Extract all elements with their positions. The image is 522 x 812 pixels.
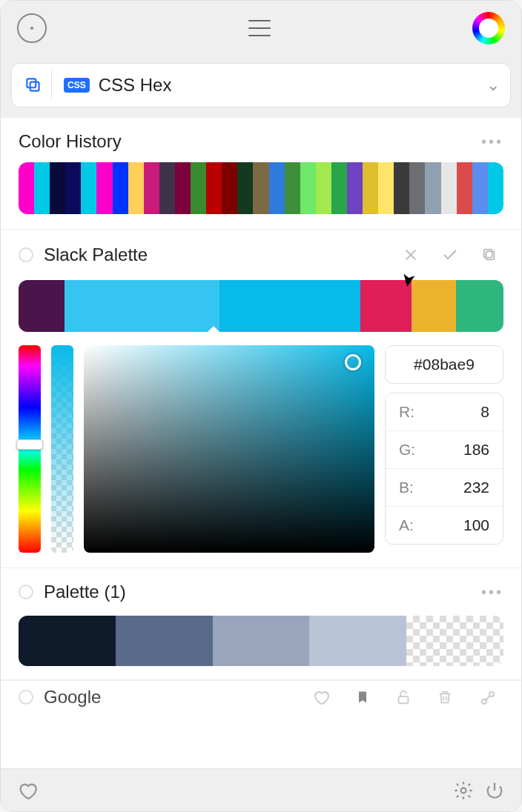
history-swatch[interactable] (269, 162, 285, 214)
slack-palette-bar[interactable] (19, 280, 503, 332)
palette1-bar[interactable] (19, 616, 503, 666)
history-swatch[interactable] (472, 162, 488, 214)
chevron-down-icon[interactable]: ⌄ (486, 76, 500, 95)
format-row: CSS CSS Hex ⌄ (1, 56, 521, 118)
slack-swatch[interactable] (65, 280, 219, 332)
heart-icon[interactable] (305, 688, 337, 706)
history-swatch[interactable] (81, 162, 96, 214)
history-swatch[interactable] (206, 162, 222, 214)
svg-rect-0 (30, 82, 39, 91)
bottom-bar (1, 768, 521, 811)
palette1-radio[interactable] (19, 585, 33, 599)
palette-swatch[interactable] (406, 616, 503, 666)
history-swatch[interactable] (300, 162, 316, 214)
history-swatch[interactable] (363, 162, 378, 214)
history-swatch[interactable] (113, 162, 128, 214)
row-b[interactable]: B:232 (386, 469, 503, 507)
selection-notch (207, 281, 220, 332)
unlock-icon[interactable] (388, 688, 419, 706)
slack-radio[interactable] (19, 247, 33, 262)
history-swatch[interactable] (457, 162, 472, 214)
main: Color History ••• Slack Palette (1, 118, 521, 768)
slack-swatch[interactable] (360, 280, 412, 332)
history-swatch[interactable] (222, 162, 237, 214)
row-g[interactable]: G:186 (386, 431, 503, 469)
section-google: Google (1, 680, 521, 708)
palette-swatch[interactable] (213, 616, 310, 666)
rgba-table: R:8 G:186 B:232 A:100 (385, 393, 503, 545)
check-icon[interactable] (435, 243, 465, 267)
section-palette1: Palette (1) ••• (1, 568, 521, 679)
section-history: Color History ••• (1, 118, 521, 229)
format-label: CSS Hex (99, 75, 478, 96)
slack-title: Slack Palette (44, 244, 386, 265)
top-bar (1, 1, 521, 56)
svg-rect-2 (486, 251, 494, 259)
hue-thumb[interactable] (16, 439, 43, 450)
readout: #08bae9 R:8 G:186 B:232 A:100 (385, 345, 503, 553)
history-strip[interactable] (19, 162, 503, 214)
bookmark-icon[interactable] (348, 689, 377, 705)
history-swatch[interactable] (441, 162, 457, 214)
history-swatch[interactable] (50, 162, 65, 214)
alpha-slider[interactable] (51, 345, 73, 553)
row-a[interactable]: A:100 (386, 507, 503, 544)
format-selector[interactable]: CSS CSS Hex ⌄ (11, 63, 511, 107)
history-title: Color History (19, 131, 122, 152)
hex-value[interactable]: #08bae9 (385, 345, 503, 384)
slack-swatch[interactable] (412, 280, 456, 332)
history-swatch[interactable] (34, 162, 50, 214)
power-icon[interactable] (484, 780, 505, 801)
svg-rect-1 (27, 79, 36, 87)
history-more-icon[interactable]: ••• (481, 133, 503, 150)
picker-row: #08bae9 R:8 G:186 B:232 A:100 (19, 345, 503, 553)
copy-icon[interactable] (22, 70, 52, 100)
history-swatch[interactable] (65, 162, 81, 214)
google-radio[interactable] (19, 690, 33, 705)
color-wheel-icon[interactable] (472, 12, 505, 44)
palette-swatch[interactable] (309, 616, 406, 666)
history-swatch[interactable] (128, 162, 144, 214)
favorite-icon[interactable] (17, 780, 38, 801)
history-swatch[interactable] (285, 162, 300, 214)
palette1-title: Palette (1) (44, 582, 471, 602)
history-swatch[interactable] (425, 162, 440, 214)
history-swatch[interactable] (316, 162, 331, 214)
slack-swatch[interactable] (19, 280, 65, 332)
history-swatch[interactable] (409, 162, 425, 214)
slack-swatch[interactable] (456, 280, 503, 332)
history-swatch[interactable] (331, 162, 347, 214)
svg-rect-4 (399, 696, 409, 703)
duplicate-icon[interactable] (475, 244, 503, 266)
history-swatch[interactable] (144, 162, 159, 214)
share-icon[interactable] (471, 688, 503, 706)
palette-swatch[interactable] (116, 616, 213, 666)
saturation-value-area[interactable] (84, 345, 374, 553)
menu-icon[interactable] (248, 20, 271, 36)
history-swatch[interactable] (159, 162, 175, 214)
history-swatch[interactable] (347, 162, 363, 214)
svg-point-7 (461, 788, 466, 793)
history-swatch[interactable] (96, 162, 112, 214)
palette1-more-icon[interactable]: ••• (481, 584, 503, 601)
sv-thumb[interactable] (345, 354, 361, 370)
gear-icon[interactable] (453, 780, 474, 801)
history-swatch[interactable] (191, 162, 206, 214)
history-swatch[interactable] (488, 162, 503, 214)
trash-icon[interactable] (429, 688, 460, 706)
slack-swatch[interactable] (219, 280, 360, 332)
close-icon[interactable] (397, 244, 425, 266)
history-swatch[interactable] (237, 162, 253, 214)
history-swatch[interactable] (378, 162, 394, 214)
target-icon[interactable] (17, 13, 47, 43)
section-slack: Slack Palette ➤ (1, 230, 521, 568)
history-swatch[interactable] (19, 162, 34, 214)
history-swatch[interactable] (394, 162, 409, 214)
palette-swatch[interactable] (19, 616, 116, 666)
svg-rect-3 (484, 250, 492, 258)
history-swatch[interactable] (253, 162, 268, 214)
row-r[interactable]: R:8 (386, 393, 503, 431)
css-badge: CSS (64, 78, 90, 93)
history-swatch[interactable] (175, 162, 191, 214)
google-title: Google (44, 687, 294, 708)
